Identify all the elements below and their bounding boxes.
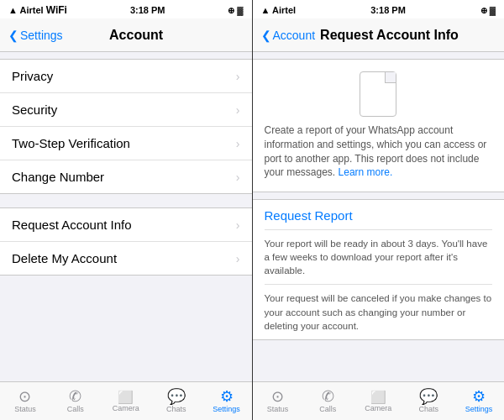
settings-icon-left: ⚙ <box>220 389 234 404</box>
time-right: 3:18 PM <box>370 5 406 15</box>
tab-label-settings-right: Settings <box>465 405 493 413</box>
carrier-right: ▲ Airtel <box>261 5 297 15</box>
carrier-left: ▲ Airtel WiFi <box>8 4 67 16</box>
section-gap-1 <box>0 194 252 201</box>
right-screen: ▲ Airtel 3:18 PM ⊕ ▓ ❮ Account Request A… <box>253 0 505 420</box>
tab-label-calls-left: Calls <box>67 405 84 413</box>
chevron-icon-changenumber: › <box>236 171 240 184</box>
tab-label-camera-right: Camera <box>365 404 391 412</box>
request-desc-1: Your report will be ready in about 3 day… <box>265 230 493 284</box>
tab-chats-left[interactable]: 💬 Chats <box>151 386 202 417</box>
chats-icon-left: 💬 <box>167 389 186 404</box>
request-desc-2: Your request will be canceled if you mak… <box>265 285 493 339</box>
chevron-icon-deleteaccount: › <box>236 252 240 265</box>
tab-label-chats-left: Chats <box>166 405 186 413</box>
tab-label-calls-right: Calls <box>319 405 336 413</box>
tab-label-settings-left: Settings <box>213 405 240 413</box>
info-description: Create a report of your WhatsApp account… <box>265 123 493 180</box>
tab-bar-right: ⊙ Status ✆ Calls ⬜ Camera 💬 Chats ⚙ Sett… <box>253 381 505 420</box>
menu-label-changenumber: Change Number <box>12 170 104 184</box>
request-report-button[interactable]: Request Report <box>265 208 493 230</box>
tab-camera-left[interactable]: ⬜ Camera <box>101 386 151 417</box>
menu-section-2: Request Account Info › Delete My Account… <box>0 207 252 276</box>
tab-settings-right[interactable]: ⚙ Settings <box>454 386 504 417</box>
camera-icon-left: ⬜ <box>118 391 134 403</box>
menu-item-deleteaccount[interactable]: Delete My Account › <box>0 242 252 275</box>
back-button-right[interactable]: ❮ Account <box>261 29 316 42</box>
chevron-left-icon-right: ❮ <box>261 29 271 42</box>
tab-label-status-right: Status <box>267 405 289 413</box>
menu-item-requestinfo[interactable]: Request Account Info › <box>0 208 252 242</box>
camera-icon-right: ⬜ <box>370 391 386 403</box>
tab-chats-right[interactable]: 💬 Chats <box>403 386 454 417</box>
tab-calls-right[interactable]: ✆ Calls <box>302 386 353 417</box>
learn-more-link[interactable]: Learn more. <box>339 166 393 178</box>
calls-icon-left: ✆ <box>69 389 81 404</box>
status-icon-right: ⊙ <box>271 389 284 404</box>
status-bar-right: ▲ Airtel 3:18 PM ⊕ ▓ <box>253 0 505 18</box>
chevron-icon-security: › <box>236 103 240 117</box>
chevron-icon-privacy: › <box>236 70 240 83</box>
battery-icons-right: ⊕ ▓ <box>480 6 496 15</box>
document-icon <box>360 71 396 117</box>
tab-label-camera-left: Camera <box>113 404 139 412</box>
tab-bar-left: ⊙ Status ✆ Calls ⬜ Camera 💬 Chats ⚙ Sett… <box>0 381 252 420</box>
menu-item-changenumber[interactable]: Change Number › <box>0 160 252 193</box>
calls-icon-right: ✆ <box>322 389 334 404</box>
menu-label-privacy: Privacy <box>12 69 53 83</box>
status-bar-left: ▲ Airtel WiFi 3:18 PM ⊕ ▓ <box>0 0 252 18</box>
menu-item-privacy[interactable]: Privacy › <box>0 60 252 93</box>
menu-item-security[interactable]: Security › <box>0 93 252 127</box>
status-icon-left: ⊙ <box>18 389 31 404</box>
chats-icon-right: 💬 <box>419 389 438 404</box>
tab-camera-right[interactable]: ⬜ Camera <box>353 386 403 417</box>
chevron-icon-twostep: › <box>236 137 240 150</box>
nav-title-left: Account <box>29 28 244 43</box>
tab-label-chats-right: Chats <box>418 405 438 413</box>
tab-settings-left[interactable]: ⚙ Settings <box>202 386 252 417</box>
menu-label-requestinfo: Request Account Info <box>12 218 132 232</box>
menu-section-1: Privacy › Security › Two-Step Verificati… <box>0 59 252 194</box>
nav-bar-left: ❮ Settings Account <box>0 18 252 52</box>
nav-bar-right: ❮ Account Request Account Info <box>253 18 505 52</box>
chevron-icon-requestinfo: › <box>236 218 240 232</box>
chevron-left-icon: ❮ <box>8 29 18 42</box>
menu-label-security: Security <box>12 102 57 117</box>
info-card: Create a report of your WhatsApp account… <box>253 59 505 192</box>
menu-label-deleteaccount: Delete My Account <box>12 251 117 265</box>
tab-label-status-left: Status <box>14 405 36 413</box>
menu-label-twostep: Two-Step Verification <box>12 136 130 150</box>
nav-title-right: Request Account Info <box>320 28 459 43</box>
request-section: Request Report Your report will be ready… <box>253 199 505 340</box>
tab-status-right[interactable]: ⊙ Status <box>253 386 303 417</box>
back-label-right: Account <box>273 29 316 42</box>
tab-calls-left[interactable]: ✆ Calls <box>50 386 101 417</box>
battery-icons-left: ⊕ ▓ <box>228 6 243 15</box>
left-screen: ▲ Airtel WiFi 3:18 PM ⊕ ▓ ❮ Settings Acc… <box>0 0 252 420</box>
time-left: 3:18 PM <box>130 5 165 15</box>
settings-icon-right: ⚙ <box>472 389 486 404</box>
tab-status-left[interactable]: ⊙ Status <box>0 386 50 417</box>
menu-item-twostep[interactable]: Two-Step Verification › <box>0 127 252 160</box>
